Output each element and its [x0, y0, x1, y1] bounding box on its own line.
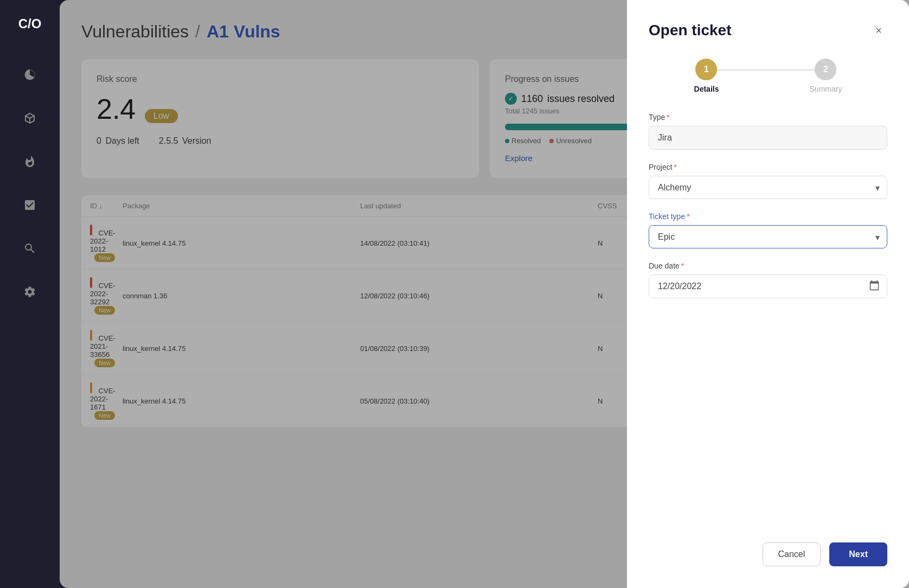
close-button[interactable]: × — [870, 22, 887, 39]
calendar-icon — [869, 280, 880, 293]
required-star: * — [667, 113, 669, 122]
cube-icon[interactable] — [19, 107, 41, 129]
step-2-circle: 2 — [815, 59, 836, 80]
due-date-field-group: Due date* — [649, 261, 887, 298]
step-1-circle: 1 — [695, 59, 717, 80]
next-button[interactable]: Next — [829, 542, 887, 566]
due-date-label: Due date* — [649, 261, 887, 270]
fire-icon[interactable] — [19, 151, 41, 172]
required-star: * — [687, 212, 689, 221]
settings-icon[interactable] — [19, 281, 41, 303]
modal-overlay: Open ticket × 1 Details 2 Summary Type* — [60, 0, 909, 588]
search-icon[interactable] — [19, 238, 41, 259]
project-select[interactable]: Alchemy Phoenix Titan — [649, 176, 887, 199]
step-1: 1 Details — [694, 59, 719, 93]
cancel-button[interactable]: Cancel — [763, 542, 821, 566]
steps-row: 1 Details 2 Summary — [649, 59, 887, 93]
ticket-type-select[interactable]: Epic Story Task Bug — [649, 225, 887, 248]
step-2: 2 Summary — [810, 59, 842, 93]
due-date-input[interactable] — [649, 274, 887, 298]
sidebar: C/O — [0, 0, 60, 588]
chart-icon[interactable] — [19, 64, 41, 86]
step-1-label: Details — [694, 85, 719, 93]
required-star: * — [674, 163, 677, 171]
modal-header: Open ticket × — [649, 22, 887, 39]
date-wrapper — [649, 274, 887, 298]
modal-footer: Cancel Next — [649, 529, 887, 566]
ticket-type-label: Ticket type* — [649, 212, 887, 221]
open-ticket-modal: Open ticket × 1 Details 2 Summary Type* — [627, 0, 909, 588]
type-field-group: Type* — [649, 113, 887, 150]
ticket-type-select-wrapper: Epic Story Task Bug ▾ — [649, 225, 887, 248]
project-field-group: Project* Alchemy Phoenix Titan ▾ — [649, 163, 887, 199]
project-label: Project* — [649, 163, 887, 171]
required-star: * — [681, 261, 684, 270]
project-select-wrapper: Alchemy Phoenix Titan ▾ — [649, 176, 887, 199]
ticket-type-field-group: Ticket type* Epic Story Task Bug ▾ — [649, 212, 887, 248]
step-2-label: Summary — [810, 85, 842, 93]
main-content: Vulnerabilities / A1 Vulns Risk score 2.… — [60, 0, 909, 588]
modal-title: Open ticket — [649, 22, 731, 39]
type-input[interactable] — [649, 126, 887, 150]
type-label: Type* — [649, 113, 887, 122]
logo: C/O — [18, 16, 42, 31]
checklist-icon[interactable] — [19, 194, 41, 216]
